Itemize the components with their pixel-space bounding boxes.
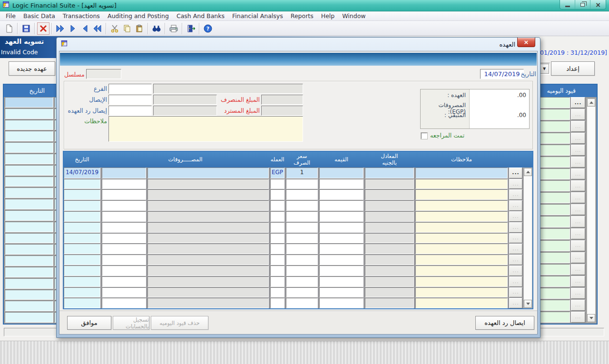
date-cell[interactable]	[5, 290, 53, 300]
reviewed-checkbox[interactable]	[421, 133, 427, 139]
exchange-rate-cell[interactable]	[286, 244, 318, 254]
date-cell[interactable]	[64, 179, 100, 189]
notes-textarea[interactable]	[108, 116, 303, 142]
exchange-rate-cell[interactable]	[286, 276, 318, 287]
exchange-rate-cell[interactable]	[286, 287, 318, 298]
value-cell[interactable]	[319, 298, 363, 308]
custody-return-receipt-button[interactable]: ايصال رد العهده	[475, 316, 534, 330]
delete-journal-entries-button[interactable]: حذف قيود اليوميه	[151, 316, 208, 330]
currency-cell[interactable]	[270, 189, 285, 200]
row-detail-button[interactable]: ...	[571, 109, 585, 120]
row-detail-button[interactable]: ...	[571, 276, 585, 287]
date-cell[interactable]	[64, 255, 100, 265]
row-detail-button[interactable]: ...	[571, 168, 585, 179]
paste-button[interactable]	[133, 22, 146, 35]
save-button[interactable]	[20, 22, 32, 35]
expense-name-cell[interactable]	[147, 276, 269, 287]
date-cell[interactable]	[5, 312, 53, 323]
menu-reports[interactable]: Reports	[287, 11, 317, 20]
expense-code-cell[interactable]	[102, 189, 146, 200]
currency-cell[interactable]	[270, 179, 285, 189]
row-detail-button[interactable]: ...	[509, 179, 522, 189]
row-detail-button[interactable]: ...	[571, 192, 585, 203]
menu-file[interactable]: File	[2, 11, 20, 20]
date-cell[interactable]	[5, 177, 53, 187]
date-cell[interactable]	[64, 222, 100, 233]
row-detail-button[interactable]: ...	[571, 300, 585, 311]
equivalent-cell[interactable]	[365, 266, 414, 276]
row-detail-button[interactable]: ...	[571, 180, 585, 191]
date-cell[interactable]	[5, 210, 53, 221]
menu-basic-data[interactable]: Basic Data	[20, 11, 59, 20]
minimize-button[interactable]	[560, 0, 575, 9]
row-detail-button[interactable]: ...	[509, 287, 522, 298]
date-cell[interactable]	[5, 165, 53, 176]
date-cell[interactable]	[5, 120, 53, 130]
print-button[interactable]	[167, 22, 180, 35]
currency-cell[interactable]	[270, 200, 285, 211]
value-cell[interactable]	[319, 244, 363, 254]
date-cell[interactable]	[5, 233, 53, 244]
notes-cell[interactable]	[415, 189, 508, 200]
equivalent-cell[interactable]	[365, 287, 414, 298]
currency-cell[interactable]	[270, 298, 285, 308]
row-detail-button[interactable]: ...	[509, 167, 522, 178]
expense-name-cell[interactable]	[147, 189, 269, 200]
date-cell[interactable]	[5, 97, 53, 108]
row-detail-button[interactable]: ...	[509, 211, 522, 222]
value-cell[interactable]	[319, 222, 363, 233]
row-detail-button[interactable]: ...	[571, 264, 585, 275]
exchange-rate-cell[interactable]	[286, 298, 318, 308]
expenses-scrollbar[interactable]	[523, 167, 532, 308]
next-record-button[interactable]	[67, 22, 79, 35]
date-cell[interactable]	[64, 200, 100, 211]
date-cell[interactable]	[5, 187, 53, 198]
exchange-rate-cell[interactable]	[286, 211, 318, 222]
expense-code-cell[interactable]	[102, 298, 146, 308]
row-detail-button[interactable]: ...	[571, 204, 585, 215]
expense-code-cell[interactable]	[102, 211, 146, 222]
value-cell[interactable]	[319, 255, 363, 265]
value-cell[interactable]	[319, 276, 363, 287]
expense-name-cell[interactable]	[147, 298, 269, 308]
row-detail-button[interactable]: ...	[571, 288, 585, 299]
date-cell[interactable]	[5, 301, 53, 311]
date-cell[interactable]	[64, 287, 100, 298]
row-detail-button[interactable]: ...	[509, 222, 522, 233]
notes-cell[interactable]	[415, 200, 508, 211]
equivalent-cell[interactable]	[365, 255, 414, 265]
notes-cell[interactable]	[415, 287, 508, 298]
exchange-rate-cell[interactable]	[286, 233, 318, 244]
receipt-input[interactable]	[108, 95, 152, 105]
equivalent-cell[interactable]	[365, 222, 414, 233]
expense-name-cell[interactable]	[147, 244, 269, 254]
value-cell[interactable]	[319, 200, 363, 211]
date-cell[interactable]	[5, 108, 53, 119]
date-cell[interactable]	[5, 256, 53, 266]
help-button[interactable]: ?	[202, 22, 214, 35]
date-cell[interactable]	[5, 267, 53, 277]
equivalent-cell[interactable]	[365, 167, 414, 178]
expense-name-cell[interactable]	[147, 179, 269, 189]
exchange-rate-cell[interactable]	[286, 179, 318, 189]
value-cell[interactable]	[319, 266, 363, 276]
new-document-button[interactable]	[3, 22, 15, 35]
scroll-up-button[interactable]	[524, 168, 532, 176]
expense-code-cell[interactable]	[102, 255, 146, 265]
copy-button[interactable]	[121, 22, 133, 35]
row-detail-button[interactable]: ...	[571, 240, 585, 251]
expense-name-cell[interactable]	[147, 222, 269, 233]
equivalent-cell[interactable]	[365, 179, 414, 189]
menu-transactions[interactable]: Transactions	[59, 11, 104, 20]
expense-name-cell[interactable]	[147, 255, 269, 265]
row-detail-button[interactable]: ...	[571, 121, 585, 132]
expense-code-cell[interactable]	[102, 287, 146, 298]
post-to-accounts-button[interactable]: تسجيل بالحسابات	[113, 316, 149, 330]
expense-code-cell[interactable]	[102, 179, 146, 189]
currency-cell[interactable]	[270, 266, 285, 276]
row-detail-button[interactable]: ...	[509, 200, 522, 211]
date-cell[interactable]	[64, 244, 100, 254]
row-detail-button[interactable]: ...	[571, 252, 585, 263]
date-field[interactable]: 14/07/2019	[480, 69, 524, 79]
notes-cell[interactable]	[415, 233, 508, 244]
